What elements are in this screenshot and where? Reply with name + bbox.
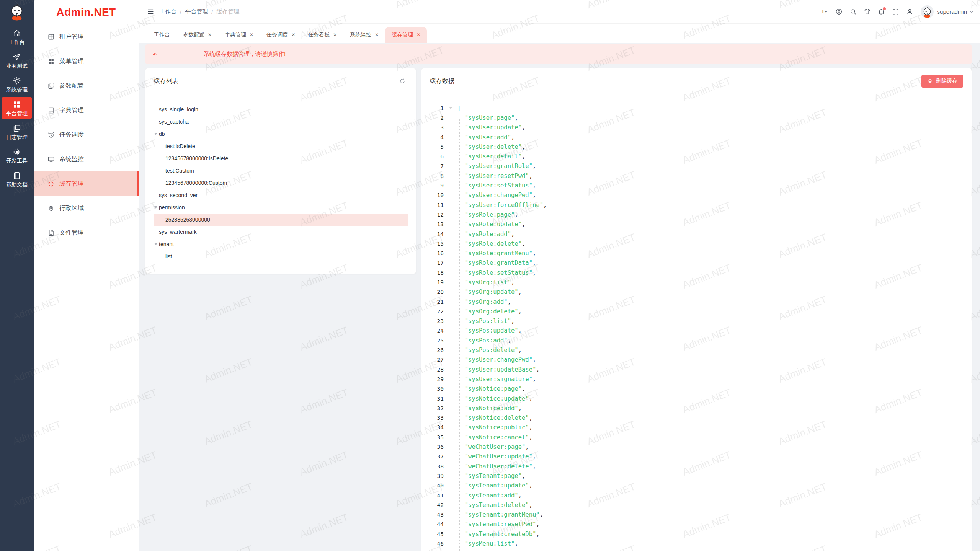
- code-line: 24 "sysPos:update",: [421, 326, 972, 336]
- code-punctuation: ,: [514, 540, 518, 547]
- code-text: [457, 240, 465, 247]
- delete-cache-button[interactable]: 删除缓存: [921, 75, 963, 88]
- close-icon[interactable]: ✕: [291, 32, 295, 37]
- tree-node[interactable]: sys_single_login: [154, 103, 408, 116]
- code-text: [457, 327, 465, 334]
- close-icon[interactable]: ✕: [416, 32, 420, 37]
- tree-node[interactable]: sys_captcha: [154, 116, 408, 128]
- language-icon[interactable]: [832, 4, 846, 20]
- line-number: 1: [421, 105, 444, 111]
- sidebar-item-dict[interactable]: 字典管理: [34, 98, 139, 122]
- code-punctuation: ,: [511, 279, 514, 286]
- tree-node[interactable]: permission: [154, 201, 408, 214]
- tree-node[interactable]: db: [154, 128, 408, 140]
- alert-text: 系统缓存数据管理，请谨慎操作!: [204, 51, 286, 58]
- rail-item-system[interactable]: 系统管理: [2, 73, 32, 95]
- rail-item-docs[interactable]: 帮助文档: [2, 168, 32, 190]
- code-punctuation: ,: [529, 173, 532, 179]
- sidebar-item-config[interactable]: 参数配置: [34, 73, 139, 98]
- tree-node[interactable]: 252885263000000: [154, 214, 408, 226]
- close-icon[interactable]: ✕: [333, 32, 337, 37]
- icon-rail: 工作台业务测试系统管理平台管理日志管理开发工具帮助文档: [0, 0, 34, 551]
- fold-arrow-icon[interactable]: [444, 106, 457, 110]
- rail-item-biztest[interactable]: 业务测试: [2, 49, 32, 72]
- tree-node[interactable]: test:Custom: [154, 165, 408, 177]
- tab-workbench[interactable]: 工作台: [147, 27, 176, 43]
- rail-item-label: 日志管理: [6, 134, 28, 140]
- top-header: 工作台/平台管理/缓存管理 TTsuperadmin: [139, 0, 980, 24]
- fullscreen-icon[interactable]: [889, 4, 903, 20]
- collapse-menu-icon[interactable]: [145, 6, 156, 18]
- expand-arrow-icon[interactable]: [154, 133, 157, 135]
- code-string: "sysNotice:add": [465, 405, 518, 412]
- sidebar-item-file[interactable]: 文件管理: [34, 220, 139, 245]
- code-line: 28 "sysUser:updateBase",: [421, 365, 972, 374]
- code-punctuation: ,: [532, 453, 536, 460]
- line-number: 23: [421, 318, 444, 324]
- line-number: 29: [421, 376, 444, 382]
- line-number: 36: [421, 444, 444, 450]
- code-string: "sysUser:setStatus": [465, 182, 532, 189]
- breadcrumb-item[interactable]: 工作台: [159, 8, 176, 15]
- avatar[interactable]: [921, 5, 934, 18]
- code-text: [457, 211, 465, 218]
- rail-item-workbench[interactable]: 工作台: [2, 26, 32, 48]
- tab-label: 字典管理: [225, 31, 246, 38]
- line-number: 35: [421, 434, 444, 440]
- theme-icon[interactable]: [860, 4, 874, 20]
- tree-node[interactable]: sys_wartermark: [154, 226, 408, 238]
- code-text: [457, 540, 465, 547]
- breadcrumb-item[interactable]: 缓存管理: [216, 8, 239, 15]
- code-string: "sysOrg:update": [465, 289, 518, 295]
- tree-node[interactable]: test:IsDelete: [154, 140, 408, 152]
- tree-node[interactable]: sys_second_ver: [154, 189, 408, 201]
- tab-board[interactable]: 任务看板✕: [302, 27, 343, 43]
- close-icon[interactable]: ✕: [375, 32, 379, 37]
- tree-node[interactable]: list: [154, 250, 408, 262]
- code-text: [457, 531, 465, 538]
- code-line: 7 "sysUser:grantRole",: [421, 161, 972, 171]
- tab-cache[interactable]: 缓存管理✕: [385, 27, 427, 43]
- tree-node[interactable]: 12345678000000:Custom: [154, 177, 408, 189]
- code-punctuation: ,: [525, 443, 529, 450]
- code-string: "sysOrg:list": [465, 279, 511, 286]
- code-string: "sysNotice:page": [465, 385, 522, 392]
- close-icon[interactable]: ✕: [250, 32, 253, 37]
- tab-config[interactable]: 参数配置✕: [176, 27, 218, 43]
- code-string: "sysTenant:page": [465, 473, 522, 479]
- user-icon[interactable]: [903, 4, 917, 20]
- username[interactable]: superadmin: [937, 8, 967, 15]
- close-icon[interactable]: ✕: [208, 32, 212, 37]
- sidebar-item-cache[interactable]: 缓存管理: [34, 171, 139, 196]
- tree-node[interactable]: 12345678000000:IsDelete: [154, 152, 408, 165]
- tab-schedule[interactable]: 任务调度✕: [260, 27, 302, 43]
- cards-row: 缓存列表 sys_single_loginsys_captchadbtest:I…: [145, 68, 972, 551]
- tab-dict[interactable]: 字典管理✕: [218, 27, 260, 43]
- code-text: [457, 405, 465, 412]
- code-text: [457, 356, 465, 363]
- sidebar-item-menu[interactable]: 菜单管理: [34, 49, 139, 73]
- chevron-down-icon[interactable]: [969, 9, 974, 15]
- expand-arrow-icon[interactable]: [154, 243, 157, 245]
- sidebar-item-tenant[interactable]: 租户管理: [34, 24, 139, 49]
- rail-item-platform[interactable]: 平台管理: [2, 97, 32, 119]
- breadcrumb-item[interactable]: 平台管理: [185, 8, 208, 15]
- sidebar-item-schedule[interactable]: 任务调度: [34, 122, 139, 147]
- tab-label: 参数配置: [183, 31, 204, 38]
- expand-arrow-icon[interactable]: [154, 206, 157, 209]
- code-string: "sysRole:update": [465, 221, 522, 228]
- rail-item-logs[interactable]: 日志管理: [2, 121, 32, 143]
- sidebar-item-region[interactable]: 行政区域: [34, 196, 139, 220]
- bell-icon[interactable]: [874, 4, 889, 20]
- code-line: 35 "sysNotice:cancel",: [421, 432, 972, 442]
- line-number: 17: [421, 260, 444, 266]
- search-icon[interactable]: [846, 4, 860, 20]
- sidebar-item-monitor[interactable]: 系统监控: [34, 147, 139, 171]
- code-line: 16 "sysRole:grantMenu",: [421, 248, 972, 258]
- rail-item-devtools[interactable]: 开发工具: [2, 144, 32, 166]
- line-number: 32: [421, 405, 444, 411]
- tree-node[interactable]: tenant: [154, 238, 408, 250]
- refresh-icon[interactable]: [397, 76, 407, 86]
- tab-monitor[interactable]: 系统监控✕: [343, 27, 385, 43]
- font-size-icon[interactable]: TT: [818, 4, 832, 20]
